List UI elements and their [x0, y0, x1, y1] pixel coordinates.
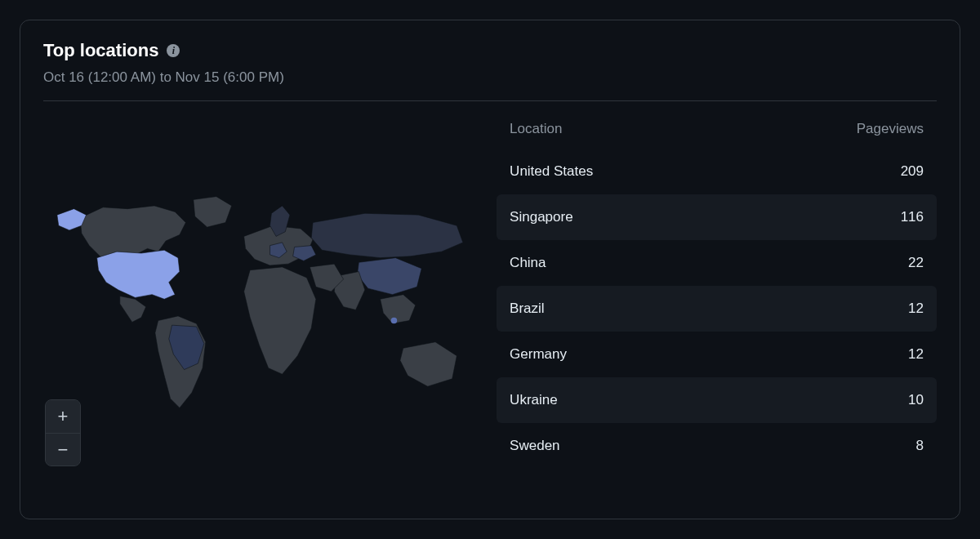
- zoom-out-button[interactable]: −: [46, 433, 80, 466]
- world-map[interactable]: [43, 192, 472, 421]
- top-locations-card: Top locations i Oct 16 (12:00 AM) to Nov…: [20, 20, 960, 519]
- card-header: Top locations i: [43, 40, 937, 61]
- pageviews-cell: 12: [908, 301, 924, 317]
- date-range: Oct 16 (12:00 AM) to Nov 15 (6:00 PM): [43, 69, 937, 86]
- pageviews-cell: 8: [916, 438, 924, 454]
- svg-point-0: [391, 318, 398, 324]
- card-content: + − Location Pageviews United States 209…: [43, 109, 937, 504]
- table-header: Location Pageviews: [497, 109, 937, 149]
- table-row[interactable]: China 22: [497, 240, 937, 286]
- pageviews-cell: 209: [901, 163, 924, 180]
- location-cell: China: [510, 255, 546, 271]
- zoom-controls: + −: [45, 399, 81, 466]
- info-icon[interactable]: i: [167, 44, 180, 57]
- pageviews-cell: 22: [908, 255, 924, 271]
- table-row[interactable]: United States 209: [497, 149, 937, 194]
- location-cell: Ukraine: [510, 392, 558, 408]
- col-pageviews: Pageviews: [857, 121, 924, 137]
- location-cell: Singapore: [510, 209, 573, 225]
- choropleth-map[interactable]: [43, 192, 472, 421]
- table-row[interactable]: Sweden 8: [497, 423, 937, 469]
- table-row[interactable]: Brazil 12: [497, 286, 937, 332]
- card-title: Top locations: [43, 40, 158, 61]
- pageviews-cell: 12: [908, 346, 924, 363]
- table-row[interactable]: Singapore 116: [497, 194, 937, 240]
- pageviews-cell: 116: [901, 209, 924, 225]
- col-location: Location: [510, 121, 562, 137]
- location-cell: Sweden: [510, 438, 559, 454]
- locations-table: Location Pageviews United States 209 Sin…: [472, 109, 937, 504]
- location-cell: Germany: [510, 346, 567, 363]
- map-pane: + −: [43, 109, 472, 504]
- zoom-in-button[interactable]: +: [46, 400, 80, 433]
- table-row[interactable]: Ukraine 10: [497, 377, 937, 423]
- location-cell: Brazil: [510, 301, 545, 317]
- divider: [43, 100, 937, 101]
- pageviews-cell: 10: [908, 392, 924, 408]
- location-cell: United States: [510, 163, 593, 180]
- table-row[interactable]: Germany 12: [497, 332, 937, 377]
